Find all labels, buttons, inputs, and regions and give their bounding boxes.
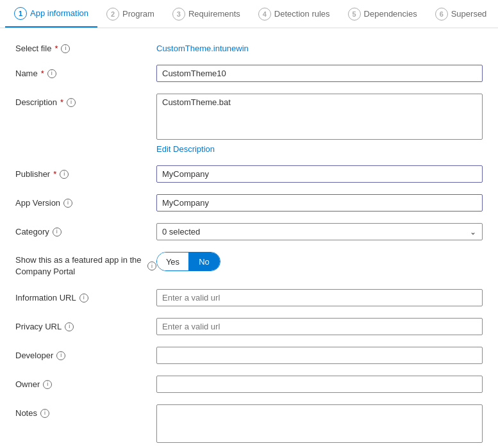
tab-label-dependencies: Dependencies — [364, 9, 417, 19]
edit-description-link[interactable]: Edit Description — [156, 144, 215, 154]
form-area: Select file * i CustomTheme.intunewin Na… — [0, 28, 498, 448]
information-url-row: Information URL i — [15, 289, 483, 306]
app-version-control — [156, 194, 483, 212]
required-star: * — [54, 44, 58, 53]
description-control: CustomTheme.bat Edit Description — [156, 94, 483, 154]
featured-app-row: Show this as a featured app in the Compa… — [15, 252, 483, 278]
notes-control — [156, 404, 483, 445]
information-url-input[interactable] — [156, 289, 483, 306]
privacy-url-label: Privacy URL i — [15, 318, 156, 331]
tab-label-app-information: App information — [30, 8, 88, 18]
category-info-icon[interactable]: i — [53, 228, 62, 236]
featured-app-toggle[interactable]: Yes No — [156, 252, 220, 271]
notes-row: Notes i — [15, 404, 483, 445]
name-info-icon[interactable]: i — [47, 69, 56, 78]
owner-info-icon[interactable]: i — [43, 380, 52, 389]
name-required-star: * — [41, 69, 44, 78]
app-version-info-icon[interactable]: i — [63, 199, 72, 208]
owner-row: Owner i — [15, 376, 483, 393]
information-url-label: Information URL i — [15, 289, 156, 303]
select-file-info-icon[interactable]: i — [61, 44, 70, 53]
nav-tabs: 1 App information 2 Program 3 Requiremen… — [0, 0, 498, 28]
select-file-control: CustomTheme.intunewin — [156, 40, 483, 53]
publisher-required-star: * — [53, 169, 56, 179]
tab-program[interactable]: 2 Program — [97, 0, 163, 28]
select-file-label: Select file * i — [15, 40, 156, 53]
developer-label: Developer i — [15, 347, 156, 360]
select-file-link[interactable]: CustomTheme.intunewin — [156, 40, 249, 53]
privacy-url-row: Privacy URL i — [15, 318, 483, 335]
owner-control — [156, 376, 483, 393]
name-control — [156, 65, 483, 82]
owner-input[interactable] — [156, 376, 483, 393]
developer-info-icon[interactable]: i — [56, 351, 65, 360]
featured-app-label: Show this as a featured app in the Compa… — [15, 252, 156, 278]
tab-supersed[interactable]: 6 Supersed — [426, 0, 496, 28]
notes-label: Notes i — [15, 404, 156, 418]
developer-control — [156, 347, 483, 364]
featured-app-info-icon[interactable]: i — [147, 261, 156, 270]
tab-num-3: 3 — [172, 8, 185, 21]
name-input[interactable] — [156, 65, 483, 82]
desc-info-icon[interactable]: i — [67, 98, 76, 107]
publisher-row: Publisher * i — [15, 165, 483, 183]
select-file-row: Select file * i CustomTheme.intunewin — [15, 40, 483, 53]
notes-textarea[interactable] — [156, 404, 483, 443]
privacy-url-control — [156, 318, 483, 335]
publisher-control — [156, 165, 483, 183]
desc-required-star: * — [60, 97, 63, 107]
tab-app-information[interactable]: 1 App information — [5, 0, 97, 28]
description-row: Description * i CustomTheme.bat Edit Des… — [15, 94, 483, 154]
tab-dependencies[interactable]: 5 Dependencies — [339, 0, 426, 28]
featured-app-control: Yes No — [156, 252, 483, 271]
category-label: Category i — [15, 223, 156, 236]
toggle-no[interactable]: No — [188, 253, 220, 270]
publisher-info-icon[interactable]: i — [60, 170, 69, 179]
app-version-row: App Version i — [15, 194, 483, 212]
category-select-wrapper: 0 selected ⌄ — [156, 223, 483, 240]
tab-detection-rules[interactable]: 4 Detection rules — [249, 0, 339, 28]
tab-label-requirements: Requirements — [188, 9, 240, 19]
tab-requirements[interactable]: 3 Requirements — [163, 0, 249, 28]
information-url-control — [156, 289, 483, 306]
toggle-yes[interactable]: Yes — [157, 253, 188, 270]
app-version-input[interactable] — [156, 194, 483, 212]
category-row: Category i 0 selected ⌄ — [15, 223, 483, 240]
privacy-url-info-icon[interactable]: i — [65, 322, 74, 331]
owner-label: Owner i — [15, 376, 156, 389]
tab-num-5: 5 — [348, 8, 361, 21]
developer-row: Developer i — [15, 347, 483, 364]
name-label: Name * i — [15, 65, 156, 78]
privacy-url-input[interactable] — [156, 318, 483, 335]
tab-label-supersed: Supersed — [451, 9, 487, 19]
description-label: Description * i — [15, 94, 156, 107]
tab-num-1: 1 — [14, 7, 27, 20]
notes-info-icon[interactable]: i — [40, 409, 49, 418]
description-textarea[interactable]: CustomTheme.bat — [156, 94, 483, 140]
category-select[interactable]: 0 selected — [156, 223, 483, 240]
tab-label-detection-rules: Detection rules — [274, 9, 330, 19]
publisher-input[interactable] — [156, 165, 483, 183]
tab-num-4: 4 — [258, 8, 271, 21]
tab-num-6: 6 — [435, 8, 448, 21]
information-url-info-icon[interactable]: i — [79, 294, 88, 303]
developer-input[interactable] — [156, 347, 483, 364]
tab-label-program: Program — [122, 9, 154, 19]
publisher-label: Publisher * i — [15, 165, 156, 179]
app-version-label: App Version i — [15, 194, 156, 208]
tab-num-2: 2 — [106, 8, 119, 21]
category-control: 0 selected ⌄ — [156, 223, 483, 240]
name-row: Name * i — [15, 65, 483, 82]
